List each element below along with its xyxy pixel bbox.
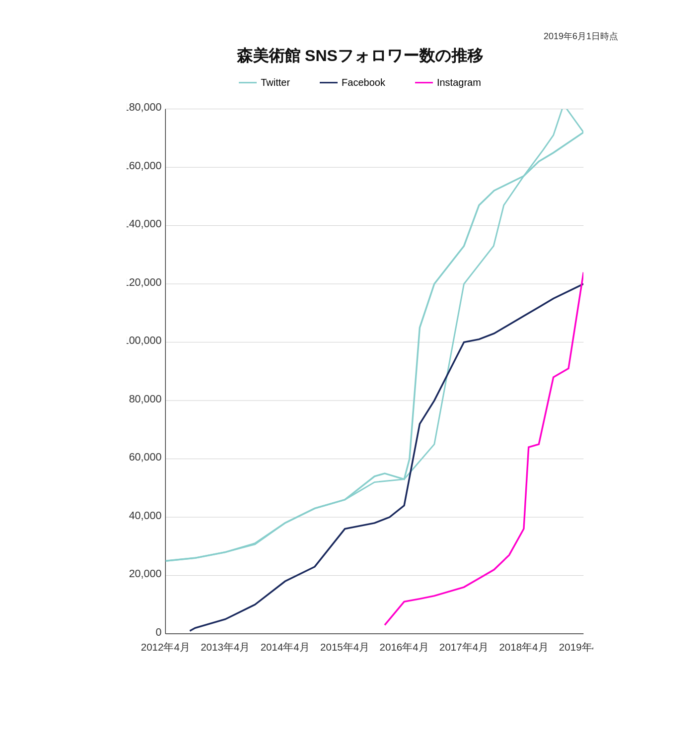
svg-text:2014年4月: 2014年4月 — [261, 641, 310, 653]
facebook-legend-label: Facebook — [342, 77, 385, 88]
facebook-line — [190, 284, 583, 631]
timestamp-label: 2019年6月1日時点 — [544, 30, 618, 42]
svg-text:2012年4月: 2012年4月 — [141, 641, 190, 653]
svg-text:40,000: 40,000 — [129, 509, 162, 521]
instagram-legend-label: Instagram — [437, 77, 481, 88]
svg-text:60,000: 60,000 — [129, 451, 162, 463]
svg-text:160,000: 160,000 — [127, 159, 162, 171]
twitter-line — [165, 132, 583, 561]
svg-text:2016年4月: 2016年4月 — [380, 641, 429, 653]
legend-facebook: Facebook — [320, 77, 385, 88]
legend-twitter: Twitter — [239, 77, 290, 88]
svg-text:120,000: 120,000 — [127, 276, 162, 288]
svg-text:2015年4月: 2015年4月 — [320, 641, 369, 653]
facebook-legend-line — [320, 82, 338, 83]
svg-text:0: 0 — [156, 626, 162, 638]
svg-text:80,000: 80,000 — [129, 393, 162, 404]
svg-text:20,000: 20,000 — [129, 568, 162, 580]
svg-text:140,000: 140,000 — [127, 218, 162, 230]
svg-text:2017年4月: 2017年4月 — [439, 641, 489, 653]
twitter-legend-label: Twitter — [261, 77, 290, 88]
svg-rect-0 — [165, 109, 583, 634]
main-chart: 0 20,000 40,000 60,000 80,000 100,000 12… — [127, 98, 593, 659]
svg-text:2013年4月: 2013年4月 — [201, 641, 250, 653]
chart-title: 森美術館 SNSフォロワー数の推移 — [127, 45, 593, 67]
twitter-legend-line — [239, 82, 257, 83]
legend-instagram: Instagram — [415, 77, 481, 88]
instagram-legend-line — [415, 82, 433, 83]
svg-text:180,000: 180,000 — [127, 101, 162, 113]
svg-text:2019年4月: 2019年4月 — [559, 641, 593, 653]
legend: Twitter Facebook Instagram — [127, 77, 593, 88]
chart-container: 2019年6月1日時点 森美術館 SNSフォロワー数の推移 Twitter Fa… — [77, 25, 623, 710]
svg-text:100,000: 100,000 — [127, 334, 162, 346]
svg-text:2018年4月: 2018年4月 — [499, 641, 548, 653]
twitter-line — [165, 104, 583, 560]
